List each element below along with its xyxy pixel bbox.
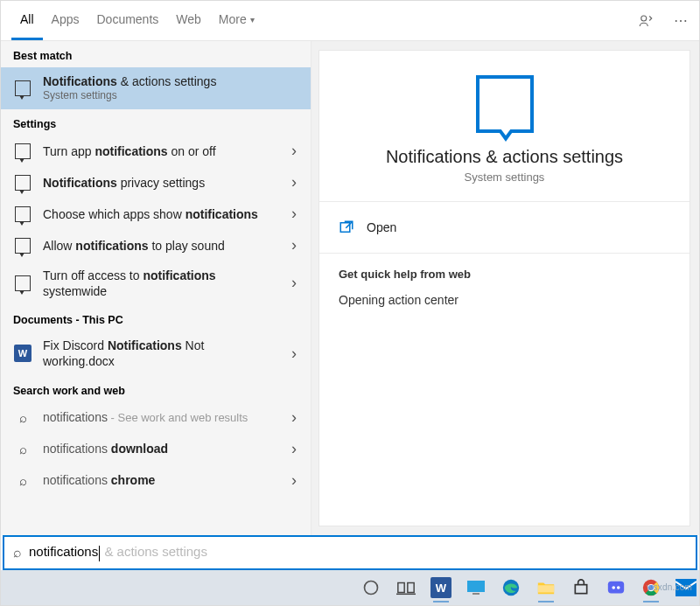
tab-web[interactable]: Web	[167, 1, 210, 40]
more-options-icon[interactable]: ⋯	[673, 13, 689, 29]
result-best-match[interactable]: Notifications & actions settings System …	[1, 67, 311, 109]
chevron-down-icon: ▾	[250, 15, 255, 24]
preview-title: Notifications & actions settings	[386, 147, 623, 167]
open-button[interactable]: Open	[319, 207, 690, 247]
search-icon: ⌕	[13, 471, 32, 491]
chevron-right-icon: ›	[286, 440, 302, 458]
tab-more[interactable]: More▾	[210, 1, 263, 40]
taskbar: W wsxdn.com	[1, 570, 699, 605]
notifications-icon	[13, 142, 32, 161]
chevron-right-icon: ›	[286, 173, 302, 192]
svg-point-13	[617, 586, 620, 589]
svg-rect-11	[608, 582, 624, 594]
chevron-right-icon: ›	[286, 274, 302, 292]
taskbar-discord-icon[interactable]	[603, 573, 629, 603]
help-link-action-center[interactable]: Opening action center	[339, 281, 670, 307]
svg-rect-6	[467, 581, 485, 592]
chevron-right-icon: ›	[286, 345, 302, 363]
tab-all[interactable]: All	[11, 1, 43, 40]
notifications-large-icon	[476, 75, 534, 133]
svg-rect-7	[472, 593, 480, 595]
help-header: Get quick help from web	[339, 268, 670, 281]
search-box[interactable]: ⌕ notifications & actions settings	[3, 535, 697, 570]
svg-point-0	[641, 16, 647, 21]
open-icon	[339, 219, 354, 235]
taskbar-cortana-icon[interactable]	[358, 573, 384, 603]
filter-tabs: All Apps Documents Web More▾ ⋯	[1, 1, 699, 41]
svg-rect-3	[398, 583, 404, 593]
notifications-icon	[13, 79, 32, 98]
notifications-icon	[13, 274, 32, 293]
section-best-match: Best match	[1, 41, 311, 67]
search-icon: ⌕	[13, 408, 32, 428]
result-settings-1[interactable]: Notifications privacy settings ›	[1, 167, 311, 199]
search-icon: ⌕	[13, 545, 22, 561]
word-file-icon: W	[13, 344, 32, 363]
tab-apps[interactable]: Apps	[43, 1, 88, 40]
svg-point-12	[612, 586, 615, 589]
result-document-0[interactable]: W Fix Discord Notifications Not working.…	[1, 331, 311, 375]
svg-rect-10	[575, 585, 586, 594]
search-icon: ⌕	[13, 440, 32, 459]
section-settings: Settings	[1, 109, 311, 136]
result-web-1[interactable]: ⌕ notifications download ›	[1, 434, 311, 465]
svg-rect-4	[408, 583, 414, 593]
result-settings-3[interactable]: Allow notifications to play sound ›	[1, 230, 311, 261]
taskbar-taskview-icon[interactable]	[393, 573, 419, 603]
section-work-web: Search work and web	[1, 376, 311, 402]
chevron-right-icon: ›	[286, 142, 302, 160]
taskbar-desktop-icon[interactable]	[463, 573, 489, 603]
watermark: wsxdn.com	[647, 582, 692, 592]
tab-documents[interactable]: Documents	[88, 1, 167, 40]
chevron-right-icon: ›	[286, 471, 302, 490]
result-web-2[interactable]: ⌕ notifications chrome ›	[1, 465, 311, 497]
taskbar-word-icon[interactable]: W	[428, 573, 454, 603]
notifications-icon	[13, 173, 32, 192]
taskbar-store-icon[interactable]	[568, 573, 594, 603]
notifications-icon	[13, 236, 32, 255]
search-input[interactable]: notifications & actions settings	[29, 544, 207, 561]
chevron-right-icon: ›	[286, 236, 302, 254]
section-documents: Documents - This PC	[1, 305, 311, 331]
results-pane: Best match Notifications & actions setti…	[1, 41, 312, 535]
chevron-right-icon: ›	[286, 205, 302, 223]
svg-rect-1	[340, 223, 350, 233]
notifications-icon	[13, 205, 32, 224]
taskbar-edge-icon[interactable]	[498, 573, 524, 603]
taskbar-explorer-icon[interactable]	[533, 573, 559, 603]
preview-pane: Notifications & actions settings System …	[318, 50, 690, 526]
preview-subtitle: System settings	[465, 171, 545, 184]
result-settings-2[interactable]: Choose which apps show notifications ›	[1, 199, 311, 230]
result-web-0[interactable]: ⌕ notifications - See work and web resul…	[1, 402, 311, 434]
svg-point-2	[365, 582, 378, 595]
chevron-right-icon: ›	[286, 408, 302, 427]
svg-rect-9	[538, 585, 554, 592]
feedback-icon[interactable]	[638, 13, 654, 29]
result-settings-4[interactable]: Turn off access to notifications systemw…	[1, 261, 311, 305]
result-settings-0[interactable]: Turn app notifications on or off ›	[1, 136, 311, 167]
